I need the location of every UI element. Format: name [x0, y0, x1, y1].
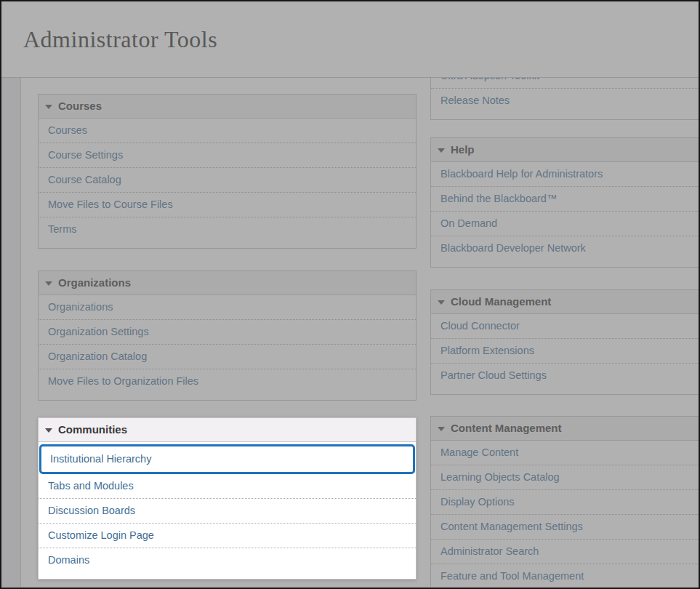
panel-links: Manage Content Learning Objects Catalog … — [431, 441, 699, 587]
panel-courses: Courses Courses Course Settings Course C… — [38, 94, 417, 249]
link-move-files-to-organization-files[interactable]: Move Files to Organization Files — [48, 375, 198, 387]
panel-title: Courses — [58, 100, 102, 112]
panel-cloud-management: Cloud Management Cloud Connector Platfor… — [430, 289, 699, 395]
link-institutional-hierarchy[interactable]: Institutional Hierarchy — [50, 453, 151, 465]
panel-title: Organizations — [58, 277, 131, 289]
link-row: Courses — [39, 119, 416, 143]
link-administrator-search[interactable]: Administrator Search — [440, 545, 539, 557]
collapse-arrow-icon — [45, 105, 52, 109]
link-row: On Demand — [431, 211, 699, 236]
panel-help: Help Blackboard Help for Administrators … — [430, 137, 699, 268]
link-platform-extensions[interactable]: Platform Extensions — [440, 345, 534, 356]
right-column: Ultra Adoption Toolkit Release Notes Hel… — [430, 78, 699, 587]
panel-links: Institutional Hierarchy Tabs and Modules… — [39, 444, 416, 579]
panel-organizations: Organizations Organizations Organization… — [38, 271, 417, 401]
link-row: Release Notes — [431, 88, 699, 113]
collapse-arrow-icon — [45, 281, 52, 286]
panel-tools-utilities-partial: Ultra Adoption Toolkit Release Notes — [430, 78, 699, 120]
panel-title: Communities — [58, 424, 127, 436]
link-row: Blackboard Help for Administrators — [431, 162, 699, 186]
admin-panel-card: Courses Courses Course Settings Course C… — [20, 78, 699, 587]
link-row: Display Options — [431, 489, 699, 514]
link-feature-and-tool-management[interactable]: Feature and Tool Management — [440, 570, 584, 582]
panel-content-management: Content Management Manage Content Learni… — [430, 416, 699, 587]
administrator-tools-screen: Administrator Tools Courses Courses Cour… — [0, 0, 700, 589]
left-column: Courses Courses Course Settings Course C… — [38, 94, 417, 580]
link-cloud-connector[interactable]: Cloud Connector — [440, 320, 520, 332]
link-move-files-to-course-files[interactable]: Move Files to Course Files — [48, 199, 173, 210]
collapse-arrow-icon — [45, 428, 52, 433]
panel-links: Courses Course Settings Course Catalog M… — [39, 119, 416, 248]
collapse-arrow-icon — [438, 427, 445, 431]
panel-links: Cloud Connector Platform Extensions Part… — [431, 314, 699, 394]
link-row: Discussion Boards — [39, 498, 416, 523]
link-course-catalog[interactable]: Course Catalog — [48, 174, 121, 185]
panel-links: Organizations Organization Settings Orga… — [39, 295, 416, 400]
left-gutter — [1, 78, 20, 587]
panel-header-content-management[interactable]: Content Management — [431, 417, 699, 441]
panel-links: Blackboard Help for Administrators Behin… — [431, 162, 699, 267]
link-learning-objects-catalog[interactable]: Learning Objects Catalog — [440, 471, 560, 483]
link-row: Blackboard Developer Network — [431, 236, 699, 260]
link-row: Manage Content — [431, 441, 699, 465]
panel-title: Help — [451, 144, 475, 156]
link-row: Ultra Adoption Toolkit — [431, 78, 699, 88]
link-row: Course Settings — [39, 143, 416, 167]
link-display-options[interactable]: Display Options — [440, 496, 515, 508]
link-row: Tabs and Modules — [39, 474, 416, 498]
panel-title: Cloud Management — [451, 296, 551, 308]
link-row: Move Files to Course Files — [39, 192, 416, 217]
link-row: Learning Objects Catalog — [431, 465, 699, 489]
link-customize-login-page[interactable]: Customize Login Page — [48, 529, 154, 541]
panel-header-cloud-management[interactable]: Cloud Management — [431, 290, 699, 314]
collapse-arrow-icon — [438, 148, 445, 153]
link-row: Cloud Connector — [431, 314, 699, 338]
panel-header-organizations[interactable]: Organizations — [39, 271, 416, 295]
link-courses[interactable]: Courses — [48, 124, 87, 136]
link-blackboard-developer-network[interactable]: Blackboard Developer Network — [440, 242, 586, 254]
link-row: Behind the Blackboard™ — [431, 186, 699, 211]
link-row: Move Files to Organization Files — [39, 369, 416, 393]
link-row: Organization Settings — [39, 319, 416, 344]
panel-header-courses[interactable]: Courses — [39, 95, 416, 119]
link-row: Institutional Hierarchy — [41, 446, 413, 472]
link-organization-catalog[interactable]: Organization Catalog — [48, 350, 147, 362]
link-row: Content Management Settings — [431, 514, 699, 539]
panel-title: Content Management — [451, 422, 562, 434]
link-course-settings[interactable]: Course Settings — [48, 149, 123, 161]
link-row: Customize Login Page — [39, 523, 416, 548]
link-domains[interactable]: Domains — [48, 554, 89, 566]
link-row: Administrator Search — [431, 539, 699, 564]
link-organization-settings[interactable]: Organization Settings — [48, 326, 149, 337]
link-row: Feature and Tool Management — [431, 564, 699, 587]
link-release-notes[interactable]: Release Notes — [440, 95, 510, 106]
link-row: Platform Extensions — [431, 338, 699, 363]
page-title: Administrator Tools — [23, 26, 217, 53]
link-partner-cloud-settings[interactable]: Partner Cloud Settings — [440, 369, 547, 381]
link-ultra-adoption-toolkit[interactable]: Ultra Adoption Toolkit — [440, 78, 539, 81]
link-discussion-boards[interactable]: Discussion Boards — [48, 505, 135, 516]
link-tabs-and-modules[interactable]: Tabs and Modules — [48, 480, 134, 492]
link-row: Organizations — [39, 295, 416, 319]
link-row: Partner Cloud Settings — [431, 363, 699, 388]
link-behind-the-blackboard[interactable]: Behind the Blackboard™ — [440, 193, 557, 204]
institutional-hierarchy-highlight: Institutional Hierarchy — [39, 444, 415, 474]
link-manage-content[interactable]: Manage Content — [440, 446, 518, 458]
panel-links: Ultra Adoption Toolkit Release Notes — [431, 78, 699, 119]
link-row: Terms — [39, 217, 416, 241]
link-organizations[interactable]: Organizations — [48, 301, 113, 313]
link-content-management-settings[interactable]: Content Management Settings — [440, 521, 583, 532]
panel-header-communities[interactable]: Communities — [39, 418, 416, 442]
link-on-demand[interactable]: On Demand — [440, 217, 497, 229]
link-blackboard-help-for-administrators[interactable]: Blackboard Help for Administrators — [440, 168, 603, 180]
panel-header-help[interactable]: Help — [431, 138, 699, 162]
link-row: Domains — [39, 548, 416, 572]
panel-communities: Communities Institutional Hierarchy Tabs… — [38, 417, 417, 580]
link-terms[interactable]: Terms — [48, 223, 76, 235]
content-area: Courses Courses Course Settings Course C… — [1, 78, 699, 587]
page-header: Administrator Tools — [1, 1, 699, 78]
collapse-arrow-icon — [438, 300, 445, 305]
link-row: Course Catalog — [39, 167, 416, 192]
link-row: Organization Catalog — [39, 344, 416, 369]
